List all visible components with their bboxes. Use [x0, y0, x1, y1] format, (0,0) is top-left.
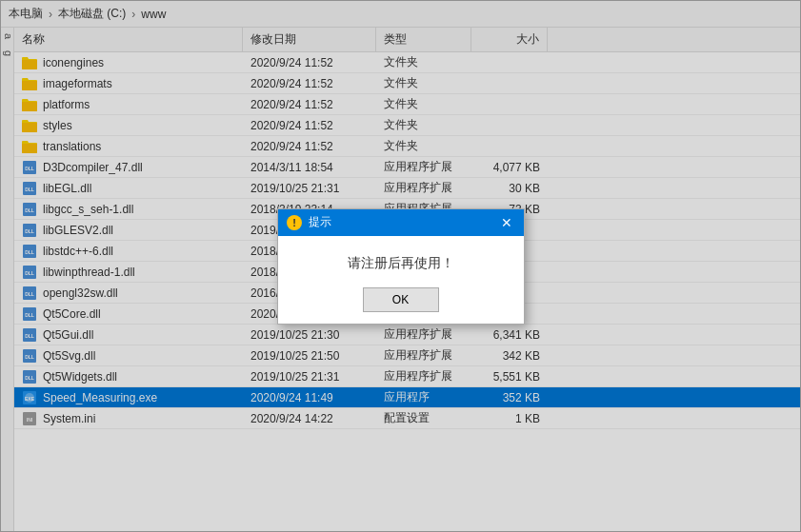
dialog-title-content: ! 提示	[286, 214, 331, 231]
warning-icon: !	[286, 214, 303, 231]
dialog-titlebar: ! 提示 ✕	[278, 209, 524, 236]
dialog-message: 请注册后再使用！	[293, 255, 509, 272]
dialog-box: ! 提示 ✕ 请注册后再使用！ OK	[277, 208, 525, 325]
dialog-buttons: OK	[293, 287, 509, 312]
svg-text:!: !	[292, 217, 296, 228]
dialog-ok-button[interactable]: OK	[363, 287, 439, 312]
dialog-close-button[interactable]: ✕	[497, 213, 516, 232]
dialog-content: 请注册后再使用！ OK	[278, 236, 524, 324]
dialog-title-text: 提示	[309, 214, 331, 230]
modal-overlay: ! 提示 ✕ 请注册后再使用！ OK	[0, 0, 801, 532]
